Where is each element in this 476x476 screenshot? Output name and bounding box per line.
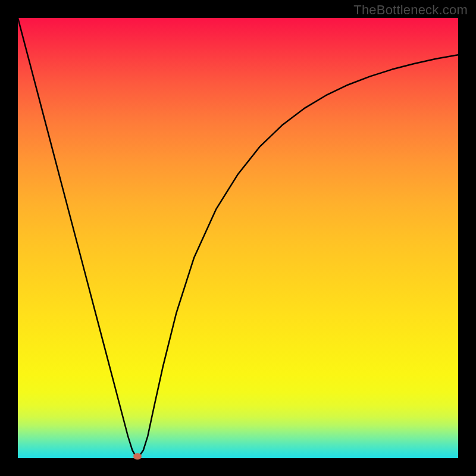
- optimal-point-marker: [133, 453, 142, 460]
- plot-area: [18, 18, 458, 458]
- bottleneck-curve: [18, 18, 458, 458]
- curve-path: [18, 18, 458, 456]
- watermark-text: TheBottleneck.com: [353, 2, 468, 18]
- chart-container: TheBottleneck.com: [0, 0, 476, 476]
